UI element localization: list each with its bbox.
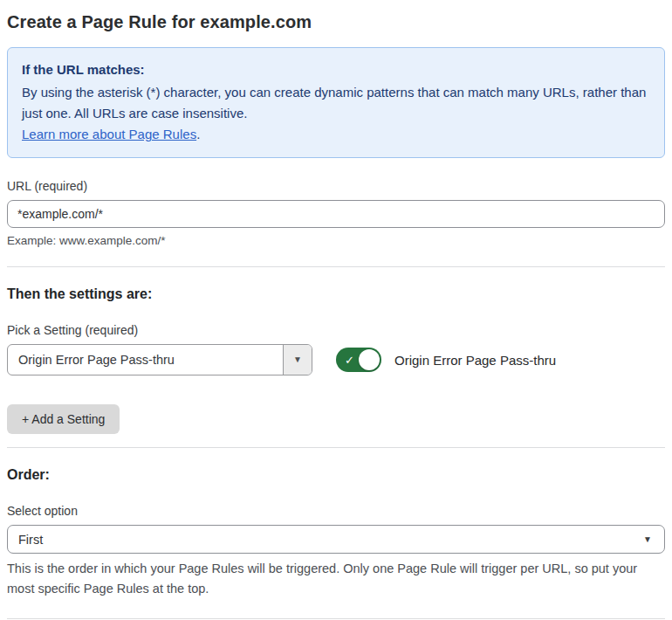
- order-section-heading: Order:: [7, 467, 665, 483]
- chevron-down-icon: ▼: [643, 534, 652, 544]
- info-body-text: By using the asterisk (*) character, you…: [22, 85, 646, 121]
- url-field-label: URL (required): [7, 179, 665, 193]
- url-match-info-callout: If the URL matches: By using the asteris…: [7, 47, 665, 158]
- add-setting-button[interactable]: + Add a Setting: [7, 404, 120, 434]
- setting-toggle-label: Origin Error Page Pass-thru: [394, 353, 556, 368]
- divider: [7, 447, 665, 448]
- divider: [7, 618, 665, 619]
- setting-picker-dropdown[interactable]: Origin Error Page Pass-thru ▼: [7, 344, 312, 375]
- order-helper-text: This is the order in which your Page Rul…: [7, 559, 665, 599]
- page-title: Create a Page Rule for example.com: [7, 12, 665, 32]
- toggle-knob: [359, 349, 380, 370]
- setting-row: Origin Error Page Pass-thru ▼ ✓ Origin E…: [7, 344, 665, 375]
- divider: [7, 266, 665, 267]
- setting-picker-value: Origin Error Page Pass-thru: [8, 345, 283, 375]
- order-select-value: First: [18, 533, 43, 547]
- order-select-dropdown[interactable]: First ▼: [7, 525, 665, 554]
- setting-picker-label: Pick a Setting (required): [7, 323, 665, 337]
- info-body: By using the asterisk (*) character, you…: [22, 82, 650, 145]
- info-link-suffix: .: [196, 127, 200, 141]
- chevron-down-icon: ▼: [293, 355, 302, 364]
- settings-section-heading: Then the settings are:: [7, 286, 665, 302]
- setting-picker-arrow-button[interactable]: ▼: [283, 345, 312, 375]
- check-icon: ✓: [345, 354, 354, 367]
- order-select-label: Select option: [7, 504, 665, 518]
- setting-toggle[interactable]: ✓: [336, 348, 381, 372]
- info-heading: If the URL matches:: [22, 59, 650, 80]
- page-rule-form: Create a Page Rule for example.com If th…: [0, 0, 672, 620]
- url-field-helper: Example: www.example.com/*: [7, 234, 665, 247]
- url-input[interactable]: [7, 200, 665, 228]
- learn-more-link[interactable]: Learn more about Page Rules: [22, 127, 196, 141]
